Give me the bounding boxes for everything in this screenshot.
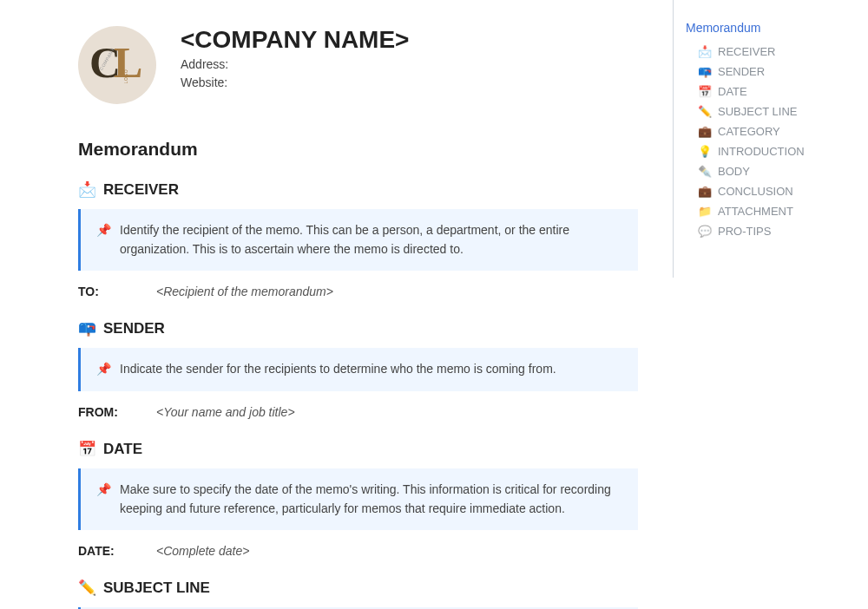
speech-icon: 💬	[698, 225, 712, 238]
field-row-date: DATE: <Complete date>	[78, 544, 638, 558]
field-label-to: TO:	[78, 285, 148, 298]
pen-icon: ✒️	[698, 165, 712, 178]
toc-item-introduction[interactable]: 💡INTRODUCTION	[698, 141, 856, 161]
company-info: <COMPANY NAME> Address: Website:	[181, 26, 409, 92]
section-heading-date: 📅 DATE	[78, 440, 638, 458]
page-title: Memorandum	[78, 139, 638, 160]
callout-receiver: 📌 Identify the recipient of the memo. Th…	[78, 209, 638, 271]
field-label-date: DATE:	[78, 544, 148, 558]
toc-item-protips[interactable]: 💬PRO-TIPS	[698, 221, 856, 241]
section-heading-receiver: 📩 RECEIVER	[78, 180, 638, 199]
callout-date: 📌 Make sure to specify the date of the m…	[78, 468, 638, 530]
toc-item-sender[interactable]: 📪SENDER	[698, 62, 856, 82]
company-address-label: Address:	[181, 56, 409, 74]
envelope-icon: 📩	[78, 180, 96, 199]
toc-root[interactable]: Memorandum	[686, 21, 856, 35]
field-label-from: FROM:	[78, 405, 148, 419]
document-main: C L COMPANY LOGO <COMPANY NAME> Address:…	[0, 0, 673, 609]
heading-text: RECEIVER	[103, 181, 179, 199]
logo-text-logo: LOGO	[123, 69, 128, 83]
pencil-icon: ✏️	[78, 579, 96, 597]
toc-item-body[interactable]: ✒️BODY	[698, 161, 856, 181]
toc-item-date[interactable]: 📅DATE	[698, 82, 856, 102]
toc-item-receiver[interactable]: 📩RECEIVER	[698, 42, 856, 62]
field-row-to: TO: <Recipient of the memorandum>	[78, 285, 638, 298]
company-logo: C L COMPANY LOGO	[78, 26, 156, 104]
calendar-icon: 📅	[78, 440, 96, 458]
callout-sender: 📌 Indicate the sender for the recipients…	[78, 348, 638, 391]
heading-text: DATE	[103, 441, 142, 458]
toc-list: 📩RECEIVER 📪SENDER 📅DATE ✏️SUBJECT LINE 💼…	[686, 42, 856, 241]
heading-text: SENDER	[103, 320, 165, 337]
company-website-label: Website:	[181, 74, 409, 92]
section-heading-sender: 📪 SENDER	[78, 319, 638, 337]
pin-icon: 📌	[96, 481, 111, 518]
field-value-date[interactable]: <Complete date>	[156, 544, 249, 558]
document-header: C L COMPANY LOGO <COMPANY NAME> Address:…	[78, 26, 638, 104]
pin-icon: 📌	[96, 221, 111, 259]
heading-text: SUBJECT LINE	[103, 580, 210, 597]
briefcase-icon: 💼	[698, 125, 712, 138]
company-name: <COMPANY NAME>	[181, 26, 409, 54]
field-value-from[interactable]: <Your name and job title>	[156, 405, 295, 419]
field-row-from: FROM: <Your name and job title>	[78, 405, 638, 419]
toc-item-category[interactable]: 💼CATEGORY	[698, 121, 856, 141]
table-of-contents: Memorandum 📩RECEIVER 📪SENDER 📅DATE ✏️SUB…	[673, 0, 868, 278]
page: C L COMPANY LOGO <COMPANY NAME> Address:…	[0, 0, 868, 609]
callout-text: Identify the recipient of the memo. This…	[120, 221, 622, 259]
envelope-icon: 📩	[698, 45, 712, 58]
pencil-icon: ✏️	[698, 105, 712, 118]
bulb-icon: 💡	[698, 145, 712, 158]
mailbox-icon: 📪	[698, 65, 712, 78]
calendar-icon: 📅	[698, 85, 712, 98]
mailbox-icon: 📪	[78, 319, 96, 337]
folder-icon: 📁	[698, 205, 712, 218]
pin-icon: 📌	[96, 360, 111, 379]
section-heading-subject: ✏️ SUBJECT LINE	[78, 579, 638, 597]
toc-item-conclusion[interactable]: 💼CONCLUSION	[698, 181, 856, 201]
toc-item-attachment[interactable]: 📁ATTACHMENT	[698, 201, 856, 221]
callout-text: Make sure to specify the date of the mem…	[120, 481, 622, 518]
field-value-to[interactable]: <Recipient of the memorandum>	[156, 285, 333, 298]
toc-item-subject[interactable]: ✏️SUBJECT LINE	[698, 102, 856, 121]
callout-text: Indicate the sender for the recipients t…	[120, 360, 556, 379]
briefcase-icon: 💼	[698, 185, 712, 198]
